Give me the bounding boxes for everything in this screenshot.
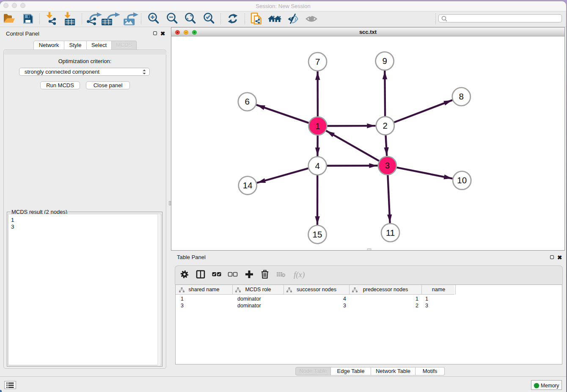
svg-text:8: 8 xyxy=(459,91,464,101)
svg-text:9: 9 xyxy=(382,56,387,66)
svg-text:14: 14 xyxy=(243,180,253,190)
svg-text:11: 11 xyxy=(386,228,395,237)
svg-text:7: 7 xyxy=(315,57,320,66)
svg-text:6: 6 xyxy=(245,97,250,106)
svg-text:10: 10 xyxy=(457,175,467,185)
svg-text:15: 15 xyxy=(313,229,322,239)
svg-text:4: 4 xyxy=(315,161,319,171)
svg-text:3: 3 xyxy=(385,160,390,170)
svg-text:1: 1 xyxy=(315,121,320,131)
svg-text:f(x): f(x) xyxy=(294,270,305,279)
svg-text:2: 2 xyxy=(383,121,388,130)
